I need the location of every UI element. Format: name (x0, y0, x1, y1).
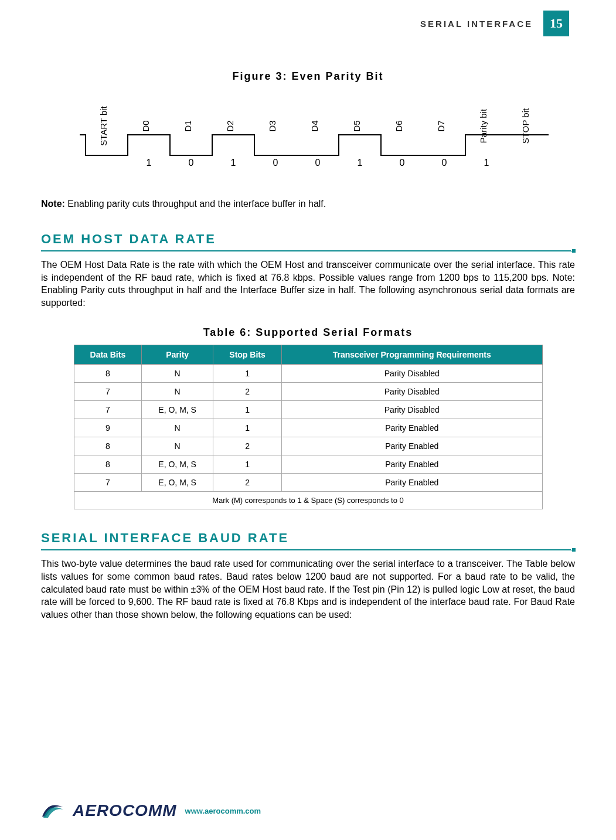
table-cell: 1 (213, 455, 282, 474)
table-cell: 1 (213, 365, 282, 383)
bit-value: 0 (399, 158, 404, 167)
table-cell: Parity Disabled (282, 401, 543, 419)
table-header-cell: Data Bits (74, 345, 142, 365)
table-cell: N (142, 419, 213, 437)
bit-label: D5 (352, 120, 362, 131)
table-row: 8N1Parity Disabled (74, 365, 542, 383)
table-cell: 2 (213, 474, 282, 492)
bit-value: 0 (441, 158, 447, 167)
table-cell: 7 (74, 383, 142, 401)
table-cell: 2 (213, 437, 282, 455)
bit-label: D4 (309, 120, 319, 131)
table-cell: E, O, M, S (142, 455, 213, 474)
note-text: Enabling parity cuts throughput and the … (65, 199, 326, 209)
table-cell: 2 (213, 383, 282, 401)
table-footnote-cell: Mark (M) corresponds to 1 & Space (S) co… (74, 492, 542, 509)
bit-value: 1 (230, 158, 236, 167)
bit-value: 1 (146, 158, 151, 167)
baud-heading: SERIAL INTERFACE BAUD RATE (41, 530, 575, 546)
table-cell: 1 (213, 419, 282, 437)
table-row: 8E, O, M, S1Parity Enabled (74, 455, 542, 474)
table-cell: 8 (74, 365, 142, 383)
table-cell: 7 (74, 474, 142, 492)
figure-3-title: Figure 3: Even Parity Bit (41, 70, 575, 83)
table-cell: Parity Enabled (282, 437, 543, 455)
table-cell: 7 (74, 401, 142, 419)
header-section-title: SERIAL INTERFACE (420, 19, 533, 29)
table-cell: E, O, M, S (142, 401, 213, 419)
bit-label: Parity bit (478, 108, 488, 143)
table-cell: 1 (213, 401, 282, 419)
table-cell: Parity Enabled (282, 474, 543, 492)
table-row: 7N2Parity Disabled (74, 383, 542, 401)
table-header-row: Data BitsParityStop BitsTransceiver Prog… (74, 345, 542, 365)
table-cell: N (142, 365, 213, 383)
table-cell: 8 (74, 455, 142, 474)
oem-body: The OEM Host Data Rate is the rate with … (41, 259, 575, 309)
table-6: Data BitsParityStop BitsTransceiver Prog… (74, 345, 543, 509)
table-row: 7E, O, M, S2Parity Enabled (74, 474, 542, 492)
table-header-cell: Transceiver Programming Requirements (282, 345, 543, 365)
logo-swoosh-icon (41, 799, 64, 822)
bit-label: D0 (141, 120, 151, 131)
note-prefix: Note: (41, 199, 65, 209)
table-cell: Parity Enabled (282, 419, 543, 437)
footer-url: www.aerocomm.com (185, 807, 261, 815)
figure-3-diagram: START bitD01D10D21D30D40D51D60D70Parity … (68, 91, 549, 169)
bit-label: D6 (394, 120, 404, 131)
table-cell: N (142, 383, 213, 401)
bit-label: D3 (267, 120, 277, 131)
page-footer: AEROCOMM www.aerocomm.com (41, 799, 261, 822)
table-cell: Parity Enabled (282, 455, 543, 474)
page-number: 15 (550, 16, 563, 31)
section-rule (41, 250, 575, 251)
table-row: 9N1Parity Enabled (74, 419, 542, 437)
page-header: SERIAL INTERFACE 15 (420, 11, 569, 36)
table-footnote-row: Mark (M) corresponds to 1 & Space (S) co… (74, 492, 542, 509)
bit-label: D1 (183, 120, 193, 131)
bit-label: STOP bit (520, 108, 530, 144)
bit-value: 1 (484, 158, 489, 167)
logo-text: AEROCOMM (73, 801, 177, 820)
table-row: 7E, O, M, S1Parity Disabled (74, 401, 542, 419)
bit-label: D7 (436, 120, 446, 131)
bit-value: 0 (315, 158, 320, 167)
table-cell: Parity Disabled (282, 365, 543, 383)
bit-value: 1 (357, 158, 362, 167)
page-number-badge: 15 (543, 11, 569, 36)
parity-note: Note: Enabling parity cuts throughput an… (41, 199, 575, 209)
bit-label: D2 (225, 120, 235, 131)
bit-label: START bit (98, 106, 108, 145)
section-rule (41, 549, 575, 550)
bit-value: 0 (188, 158, 193, 167)
oem-heading: OEM HOST DATA RATE (41, 232, 575, 247)
table-cell: E, O, M, S (142, 474, 213, 492)
table-header-cell: Parity (142, 345, 213, 365)
table-cell: 9 (74, 419, 142, 437)
table-cell: 8 (74, 437, 142, 455)
table-6-title: Table 6: Supported Serial Formats (41, 327, 575, 339)
baud-body: This two-byte value determines the baud … (41, 557, 575, 621)
table-cell: N (142, 437, 213, 455)
table-header-cell: Stop Bits (213, 345, 282, 365)
table-cell: Parity Disabled (282, 383, 543, 401)
table-row: 8N2Parity Enabled (74, 437, 542, 455)
bit-value: 0 (273, 158, 278, 167)
